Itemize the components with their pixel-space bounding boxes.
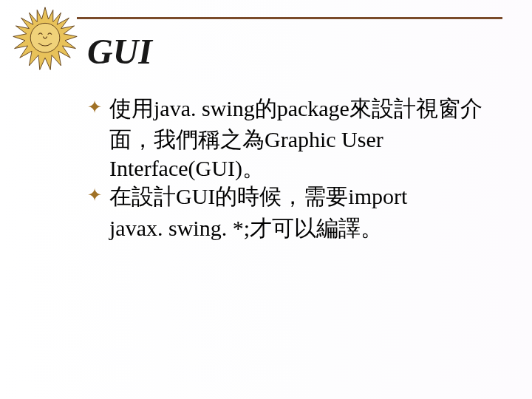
bullet-item: 在設計GUI的時候，需要import — [87, 183, 491, 211]
bullet-line: javax. swing. *;才可以編譯。 — [109, 216, 383, 240]
slide-body: 使用java. swing的package來設計視窗介 面，我們稱之為Graph… — [87, 95, 491, 242]
title-rule — [77, 17, 502, 19]
bullet-line: 面，我們稱之為Graphic User — [109, 127, 383, 151]
bullet-continuation: 面，我們稱之為Graphic User — [87, 126, 491, 154]
slide: GUI 使用java. swing的package來設計視窗介 面，我們稱之為G… — [0, 0, 532, 399]
sun-icon — [12, 6, 78, 72]
svg-point-0 — [30, 23, 60, 52]
bullet-continuation: Interface(GUI)。 — [87, 154, 491, 183]
slide-title: GUI — [87, 31, 152, 72]
bullet-continuation: javax. swing. *;才可以編譯。 — [87, 214, 491, 242]
bullet-line: 在設計GUI的時候，需要import — [109, 184, 407, 208]
bullet-item: 使用java. swing的package來設計視窗介 — [87, 95, 491, 123]
bullet-line: 使用java. swing的package來設計視窗介 — [109, 96, 482, 120]
bullet-line: Interface(GUI)。 — [109, 156, 265, 180]
